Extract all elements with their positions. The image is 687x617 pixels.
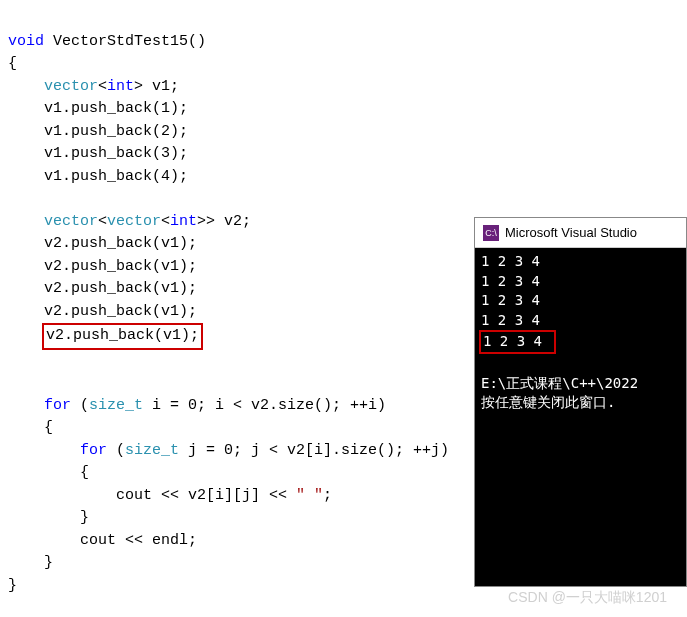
- console-output[interactable]: 1 2 3 4 1 2 3 4 1 2 3 4 1 2 3 4 1 2 3 4 …: [475, 248, 686, 417]
- var-decl: v2;: [215, 213, 251, 230]
- vs-icon: C:\: [483, 225, 499, 241]
- highlighted-output-row: 1 2 3 4: [479, 330, 556, 354]
- for-cond: j = 0; j < v2[i].size(); ++j): [179, 442, 449, 459]
- output-row: 1 2 3 4: [481, 273, 540, 289]
- code-line: v2.push_back(v1);: [44, 235, 197, 252]
- console-titlebar[interactable]: C:\ Microsoft Visual Studio: [475, 218, 686, 248]
- keyword-for: for: [44, 397, 71, 414]
- output-row: 1 2 3 4: [481, 292, 540, 308]
- output-path: E:\正式课程\C++\2022: [481, 375, 638, 391]
- code-line: v2.push_back(v1);: [44, 303, 197, 320]
- for-cond: i = 0; i < v2.size(); ++i): [143, 397, 386, 414]
- watermark: CSDN @一只大喵咪1201: [508, 589, 667, 607]
- var-decl: v1;: [143, 78, 179, 95]
- cout-stmt: cout << v2[i][j] <<: [116, 487, 296, 504]
- code-line: v2.push_back(v1);: [44, 280, 197, 297]
- brace: {: [8, 55, 17, 72]
- output-row: 1 2 3 4: [481, 253, 540, 269]
- console-title: Microsoft Visual Studio: [505, 225, 637, 240]
- code-line: v1.push_back(4);: [44, 168, 188, 185]
- cout-endl: cout << endl;: [80, 532, 197, 549]
- highlighted-code-line: v2.push_back(v1);: [42, 323, 203, 350]
- type-vector: vector: [44, 78, 98, 95]
- brace: }: [8, 577, 17, 594]
- brace: }: [44, 554, 53, 571]
- code-line: v2.push_back(v1);: [44, 258, 197, 275]
- func-name: VectorStdTest15: [53, 33, 188, 50]
- keyword-void: void: [8, 33, 44, 50]
- keyword-for: for: [80, 442, 107, 459]
- brace: {: [44, 419, 53, 436]
- type-vector: vector: [44, 213, 98, 230]
- code-line: v1.push_back(2);: [44, 123, 188, 140]
- output-row: 1 2 3 4: [481, 312, 540, 328]
- brace: }: [80, 509, 89, 526]
- code-line: v1.push_back(3);: [44, 145, 188, 162]
- code-line: v1.push_back(1);: [44, 100, 188, 117]
- string-literal: " ": [296, 487, 323, 504]
- console-window: C:\ Microsoft Visual Studio 1 2 3 4 1 2 …: [474, 217, 687, 587]
- brace: {: [80, 464, 89, 481]
- output-prompt: 按任意键关闭此窗口.: [481, 394, 624, 410]
